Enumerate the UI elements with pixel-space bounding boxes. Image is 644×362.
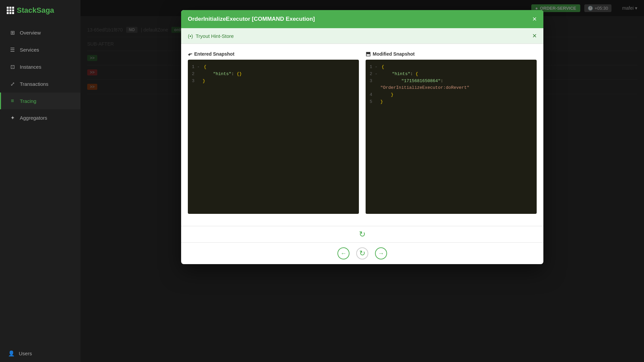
aggregators-icon: ✦: [9, 115, 16, 121]
next-icon: →: [378, 250, 384, 257]
main-content: ● ORDER-SERVICE 🕐 +05:30 mafei ▾ 13-65ed…: [80, 0, 644, 362]
modal-overlay: OrderInitializeExecutor [COMMAND Executi…: [80, 0, 644, 362]
modal-dialog: OrderInitializeExecutor [COMMAND Executi…: [181, 10, 543, 264]
entered-snapshot-icon: ⬐: [188, 51, 192, 57]
code-line-3: 3 }: [192, 78, 355, 85]
sidebar-item-tracing[interactable]: ≡ Tracing: [0, 93, 80, 109]
mod-code-line-1: 1 - {: [370, 64, 533, 71]
prev-button[interactable]: ←: [337, 247, 350, 259]
entered-snapshot-label: ⬐ Entered Snapshot: [188, 51, 359, 57]
next-button[interactable]: →: [375, 247, 387, 259]
sidebar-item-transactions[interactable]: ⤢ Transactions: [0, 75, 80, 93]
modal-body: ⬐ Entered Snapshot 1 - { 2 "hints": {}: [181, 44, 543, 226]
modal-footer: ← ↻ →: [181, 242, 543, 264]
modal-header: OrderInitializeExecutor [COMMAND Executi…: [181, 10, 543, 28]
logo-grid-icon: [7, 7, 14, 14]
tracing-icon: ≡: [9, 98, 16, 104]
code-line-2: 2 "hints": {}: [192, 71, 355, 78]
mod-code-line-4: 4 }: [370, 92, 533, 99]
sidebar-item-services[interactable]: ☰ Services: [0, 41, 80, 58]
modal-subtitle: (•) Tryout Hint-Store: [188, 33, 234, 39]
hint-store-label: Tryout Hint-Store: [196, 33, 234, 39]
mod-code-line-5: 5 }: [370, 99, 533, 106]
modal-subheader: (•) Tryout Hint-Store ×: [181, 28, 543, 44]
subheader-close-button[interactable]: ×: [532, 32, 537, 40]
services-icon: ☰: [9, 47, 16, 53]
mod-code-line-3: 3 "1715681650864": "OrderInitializeExecu…: [370, 78, 533, 92]
code-line-1: 1 - {: [192, 64, 355, 71]
transactions-icon: ⤢: [9, 81, 16, 87]
mod-code-line-2: 2 - "hints": {: [370, 71, 533, 78]
hint-store-icon: (•): [188, 33, 193, 39]
sidebar-item-label-overview: Overview: [20, 30, 41, 36]
modal-title: OrderInitializeExecutor [COMMAND Executi…: [188, 16, 315, 22]
logo-text: StackSaga: [17, 6, 54, 15]
sidebar-item-label-services: Services: [20, 47, 39, 53]
modified-snapshot-editor[interactable]: 1 - { 2 - "hints": { 3 "1715681650864": …: [366, 60, 537, 214]
app-logo: StackSaga: [0, 0, 80, 21]
footer-refresh-row: ↻: [181, 226, 543, 242]
users-icon: 👤: [8, 350, 15, 357]
prev-icon: ←: [340, 250, 346, 257]
modal-close-button[interactable]: ×: [532, 15, 537, 23]
sidebar-item-users[interactable]: 👤 Users: [0, 345, 80, 362]
modified-snapshot-icon: ⬒: [366, 51, 371, 57]
instances-icon: ⊡: [9, 64, 16, 70]
sidebar-item-label-instances: Instances: [20, 64, 41, 70]
modified-snapshot-label: ⬒ Modified Snapshot: [366, 51, 537, 57]
refresh-icon[interactable]: ↻: [359, 230, 366, 239]
sidebar-users-label: Users: [19, 351, 32, 356]
sidebar-item-aggregators[interactable]: ✦ Aggregators: [0, 109, 80, 126]
entered-snapshot-panel: ⬐ Entered Snapshot 1 - { 2 "hints": {}: [188, 51, 359, 214]
sidebar-item-instances[interactable]: ⊡ Instances: [0, 58, 80, 75]
sidebar-nav: ⊞ Overview ☰ Services ⊡ Instances ⤢ Tran…: [0, 21, 80, 130]
sidebar: StackSaga ⊞ Overview ☰ Services ⊡ Instan…: [0, 0, 80, 362]
sidebar-item-label-tracing: Tracing: [20, 98, 36, 104]
sidebar-item-label-aggregators: Aggregators: [20, 115, 47, 121]
sidebar-item-label-transactions: Transactions: [20, 81, 48, 87]
modified-snapshot-panel: ⬒ Modified Snapshot 1 - { 2 - "hints": {: [366, 51, 537, 214]
overview-icon: ⊞: [9, 29, 16, 36]
nav-buttons: ← ↻ →: [337, 247, 387, 259]
snapshots-container: ⬐ Entered Snapshot 1 - { 2 "hints": {}: [188, 51, 537, 214]
sidebar-item-overview[interactable]: ⊞ Overview: [0, 24, 80, 41]
entered-snapshot-editor[interactable]: 1 - { 2 "hints": {} 3 }: [188, 60, 359, 214]
footer-refresh-button[interactable]: ↻: [356, 247, 368, 259]
